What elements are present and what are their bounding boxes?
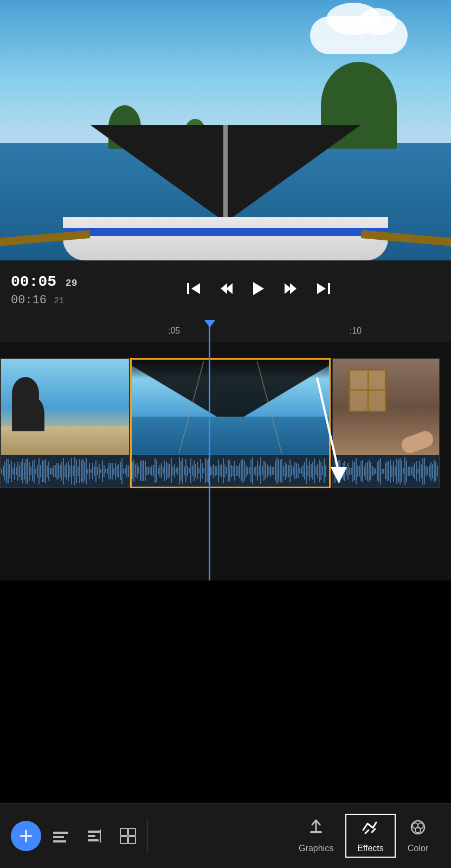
align-icon [86,827,103,845]
svg-point-28 [415,827,421,833]
svg-rect-20 [120,828,127,835]
clips-row: // Generate waveform bars dynamically co… [0,353,451,494]
controls-bar: 00:05 29 00:16 21 [0,260,451,320]
svg-rect-14 [53,836,64,838]
clip-2-waveform: const bars2 = document.currentScript.par… [132,455,329,487]
skip-to-end-button[interactable] [312,277,335,303]
svg-rect-16 [88,831,101,833]
svg-rect-15 [53,840,66,843]
svg-marker-10 [331,467,347,483]
arrow-svg [306,378,360,486]
svg-marker-4 [253,282,264,295]
add-button[interactable] [11,821,41,851]
svg-rect-0 [187,283,189,294]
nav-item-color[interactable]: Color [396,814,440,858]
svg-rect-18 [88,839,99,841]
time-display: 00:05 29 00:16 21 [11,273,77,307]
trim-icon [52,827,69,845]
graphics-label: Graphics [299,844,333,853]
nav-item-effects[interactable]: Effects [345,814,396,858]
waveform-bars: // Generate waveform bars dynamically co… [1,455,129,487]
color-label: Color [408,844,428,853]
skip-to-start-button[interactable] [182,277,205,303]
clip2-canopy [130,360,331,425]
playhead[interactable] [209,320,210,580]
effects-icon [361,818,379,840]
waveform-bars-2: const bars2 = document.currentScript.par… [132,455,329,487]
svg-line-9 [317,378,339,473]
deck-stripe [63,228,388,236]
layers-icon [119,827,137,845]
clip-1-thumbnail [1,359,129,455]
transport-controls[interactable] [182,277,335,304]
ruler-mark-10: :10 [350,326,362,336]
svg-rect-23 [128,837,136,844]
clip-1-waveform: // Generate waveform bars dynamically co… [1,455,129,487]
video-preview [0,0,451,260]
step-back-button[interactable] [215,277,237,303]
svg-marker-7 [317,283,326,294]
svg-rect-22 [120,837,127,844]
clip-2-thumbnail [132,360,329,455]
ruler-mark-05: :05 [168,326,180,336]
total-time: 00:16 21 [11,293,77,307]
play-button[interactable] [247,277,270,304]
nav-item-graphics[interactable]: Graphics [287,814,345,858]
toolbar-icon-group [49,825,139,847]
svg-rect-24 [310,831,322,833]
timeline-ruler: :05 :10 [0,320,451,342]
svg-rect-19 [100,829,101,843]
effects-label: Effects [357,844,384,853]
cloud [310,16,408,54]
svg-marker-1 [191,283,200,294]
boat [90,125,361,260]
timeline[interactable]: :05 :10 // Generate waveform bars dynami… [0,320,451,580]
plus-icon [18,828,34,844]
bottom-toolbar: Graphics Effects [0,803,451,868]
color-icon [409,818,427,840]
svg-marker-6 [290,283,297,294]
svg-rect-21 [128,828,136,835]
playhead-handle [204,320,215,328]
toolbar-left [11,820,153,852]
svg-rect-13 [53,832,68,834]
current-time: 00:05 29 [11,273,77,290]
toolbar-right: Graphics Effects [287,814,440,858]
svg-rect-17 [88,835,95,837]
step-forward-button[interactable] [280,277,302,303]
graphics-icon [307,818,325,840]
clip-2-selected[interactable]: const bars2 = document.currentScript.par… [130,358,331,488]
layers-button[interactable] [117,825,139,847]
svg-rect-8 [328,283,330,294]
arrow-annotation [306,378,360,488]
toolbar-separator [147,820,148,852]
align-button[interactable] [83,825,106,847]
trim-button[interactable] [49,825,72,847]
boat-deck [63,217,388,260]
clip-1[interactable]: // Generate waveform bars dynamically co… [0,358,130,488]
